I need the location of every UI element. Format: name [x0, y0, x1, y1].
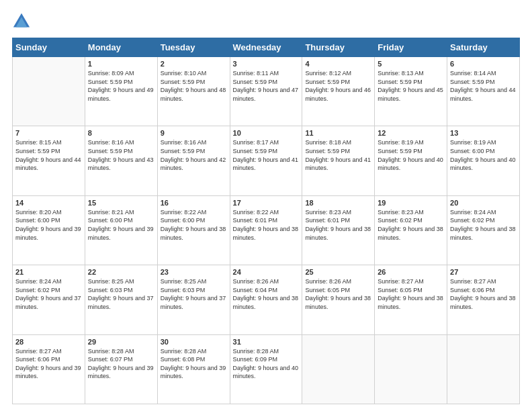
calendar-week-row: 1Sunrise: 8:09 AMSunset: 5:59 PMDaylight… [13, 57, 520, 126]
day-info: Sunrise: 8:27 AMSunset: 6:06 PMDaylight:… [15, 347, 82, 381]
day-info: Sunrise: 8:19 AMSunset: 5:59 PMDaylight:… [378, 138, 444, 172]
table-row: 10Sunrise: 8:17 AMSunset: 5:59 PMDayligh… [230, 126, 302, 195]
day-number: 25 [305, 268, 371, 276]
day-number: 4 [305, 60, 371, 68]
calendar-day-header: Saturday [447, 38, 520, 57]
day-info: Sunrise: 8:22 AMSunset: 6:01 PMDaylight:… [233, 208, 300, 242]
day-info: Sunrise: 8:26 AMSunset: 6:05 PMDaylight:… [305, 277, 371, 311]
day-number: 30 [161, 338, 227, 346]
table-row: 3Sunrise: 8:11 AMSunset: 5:59 PMDaylight… [230, 57, 302, 126]
day-info: Sunrise: 8:25 AMSunset: 6:03 PMDaylight:… [161, 277, 227, 311]
day-number: 11 [305, 129, 371, 137]
table-row: 4Sunrise: 8:12 AMSunset: 5:59 PMDaylight… [302, 57, 375, 126]
page: SundayMondayTuesdayWednesdayThursdayFrid… [0, 0, 532, 411]
table-row: 24Sunrise: 8:26 AMSunset: 6:04 PMDayligh… [230, 265, 302, 334]
day-number: 21 [15, 268, 82, 276]
day-info: Sunrise: 8:19 AMSunset: 6:00 PMDaylight:… [450, 138, 517, 172]
table-row: 8Sunrise: 8:16 AMSunset: 5:59 PMDaylight… [85, 126, 157, 195]
day-info: Sunrise: 8:10 AMSunset: 5:59 PMDaylight:… [161, 69, 227, 103]
table-row: 17Sunrise: 8:22 AMSunset: 6:01 PMDayligh… [230, 195, 302, 265]
day-number: 5 [378, 60, 444, 68]
table-row: 14Sunrise: 8:20 AMSunset: 6:00 PMDayligh… [13, 195, 85, 265]
calendar-week-row: 7Sunrise: 8:15 AMSunset: 5:59 PMDaylight… [13, 126, 520, 195]
table-row [13, 57, 85, 126]
calendar-table: SundayMondayTuesdayWednesdayThursdayFrid… [12, 38, 520, 404]
table-row: 7Sunrise: 8:15 AMSunset: 5:59 PMDaylight… [13, 126, 85, 195]
table-row: 1Sunrise: 8:09 AMSunset: 5:59 PMDaylight… [85, 57, 157, 126]
table-row: 19Sunrise: 8:23 AMSunset: 6:02 PMDayligh… [375, 195, 447, 265]
table-row: 16Sunrise: 8:22 AMSunset: 6:00 PMDayligh… [157, 195, 230, 265]
day-info: Sunrise: 8:11 AMSunset: 5:59 PMDaylight:… [233, 69, 300, 103]
day-info: Sunrise: 8:27 AMSunset: 6:06 PMDaylight:… [450, 277, 517, 311]
day-number: 1 [88, 60, 154, 68]
table-row [447, 334, 520, 404]
day-info: Sunrise: 8:17 AMSunset: 5:59 PMDaylight:… [233, 138, 300, 172]
table-row [375, 334, 447, 404]
day-info: Sunrise: 8:26 AMSunset: 6:04 PMDaylight:… [233, 277, 300, 311]
table-row: 26Sunrise: 8:27 AMSunset: 6:05 PMDayligh… [375, 265, 447, 334]
day-number: 6 [450, 60, 517, 68]
day-info: Sunrise: 8:28 AMSunset: 6:08 PMDaylight:… [161, 347, 227, 381]
table-row: 22Sunrise: 8:25 AMSunset: 6:03 PMDayligh… [85, 265, 157, 334]
table-row: 18Sunrise: 8:23 AMSunset: 6:01 PMDayligh… [302, 195, 375, 265]
day-number: 15 [88, 199, 154, 207]
day-number: 10 [233, 129, 300, 137]
table-row: 25Sunrise: 8:26 AMSunset: 6:05 PMDayligh… [302, 265, 375, 334]
table-row: 12Sunrise: 8:19 AMSunset: 5:59 PMDayligh… [375, 126, 447, 195]
day-number: 14 [15, 199, 82, 207]
calendar-week-row: 14Sunrise: 8:20 AMSunset: 6:00 PMDayligh… [13, 195, 520, 265]
day-info: Sunrise: 8:28 AMSunset: 6:07 PMDaylight:… [88, 347, 154, 381]
day-number: 20 [450, 199, 517, 207]
day-number: 18 [305, 199, 371, 207]
calendar-day-header: Tuesday [157, 38, 230, 57]
table-row: 6Sunrise: 8:14 AMSunset: 5:59 PMDaylight… [447, 57, 520, 126]
day-number: 16 [161, 199, 227, 207]
day-info: Sunrise: 8:12 AMSunset: 5:59 PMDaylight:… [305, 69, 371, 103]
day-info: Sunrise: 8:25 AMSunset: 6:03 PMDaylight:… [88, 277, 154, 311]
table-row: 21Sunrise: 8:24 AMSunset: 6:02 PMDayligh… [13, 265, 85, 334]
day-info: Sunrise: 8:23 AMSunset: 6:01 PMDaylight:… [305, 208, 371, 242]
day-number: 28 [15, 338, 82, 346]
day-info: Sunrise: 8:24 AMSunset: 6:02 PMDaylight:… [450, 208, 517, 242]
table-row: 28Sunrise: 8:27 AMSunset: 6:06 PMDayligh… [13, 334, 85, 404]
table-row: 20Sunrise: 8:24 AMSunset: 6:02 PMDayligh… [447, 195, 520, 265]
table-row: 9Sunrise: 8:16 AMSunset: 5:59 PMDaylight… [157, 126, 230, 195]
table-row [302, 334, 375, 404]
logo [12, 12, 32, 31]
day-info: Sunrise: 8:27 AMSunset: 6:05 PMDaylight:… [378, 277, 444, 311]
calendar-day-header: Thursday [302, 38, 375, 57]
day-info: Sunrise: 8:22 AMSunset: 6:00 PMDaylight:… [161, 208, 227, 242]
day-info: Sunrise: 8:20 AMSunset: 6:00 PMDaylight:… [15, 208, 82, 242]
day-info: Sunrise: 8:24 AMSunset: 6:02 PMDaylight:… [15, 277, 82, 311]
calendar-day-header: Wednesday [230, 38, 302, 57]
day-info: Sunrise: 8:28 AMSunset: 6:09 PMDaylight:… [233, 347, 300, 381]
table-row: 15Sunrise: 8:21 AMSunset: 6:00 PMDayligh… [85, 195, 157, 265]
day-info: Sunrise: 8:21 AMSunset: 6:00 PMDaylight:… [88, 208, 154, 242]
day-number: 9 [161, 129, 227, 137]
day-number: 12 [378, 129, 444, 137]
day-number: 17 [233, 199, 300, 207]
day-number: 19 [378, 199, 444, 207]
day-info: Sunrise: 8:14 AMSunset: 5:59 PMDaylight:… [450, 69, 517, 103]
day-number: 27 [450, 268, 517, 276]
calendar-week-row: 28Sunrise: 8:27 AMSunset: 6:06 PMDayligh… [13, 334, 520, 404]
day-info: Sunrise: 8:16 AMSunset: 5:59 PMDaylight:… [161, 138, 227, 172]
logo-icon [12, 12, 31, 31]
day-info: Sunrise: 8:09 AMSunset: 5:59 PMDaylight:… [88, 69, 154, 103]
day-info: Sunrise: 8:16 AMSunset: 5:59 PMDaylight:… [88, 138, 154, 172]
header [12, 12, 520, 31]
day-info: Sunrise: 8:18 AMSunset: 5:59 PMDaylight:… [305, 138, 371, 172]
table-row: 29Sunrise: 8:28 AMSunset: 6:07 PMDayligh… [85, 334, 157, 404]
day-number: 8 [88, 129, 154, 137]
day-info: Sunrise: 8:13 AMSunset: 5:59 PMDaylight:… [378, 69, 444, 103]
day-info: Sunrise: 8:15 AMSunset: 5:59 PMDaylight:… [15, 138, 82, 172]
day-number: 13 [450, 129, 517, 137]
day-number: 3 [233, 60, 300, 68]
day-number: 2 [161, 60, 227, 68]
day-number: 24 [233, 268, 300, 276]
day-info: Sunrise: 8:23 AMSunset: 6:02 PMDaylight:… [378, 208, 444, 242]
calendar-day-header: Sunday [13, 38, 85, 57]
table-row: 23Sunrise: 8:25 AMSunset: 6:03 PMDayligh… [157, 265, 230, 334]
day-number: 31 [233, 338, 300, 346]
table-row: 30Sunrise: 8:28 AMSunset: 6:08 PMDayligh… [157, 334, 230, 404]
